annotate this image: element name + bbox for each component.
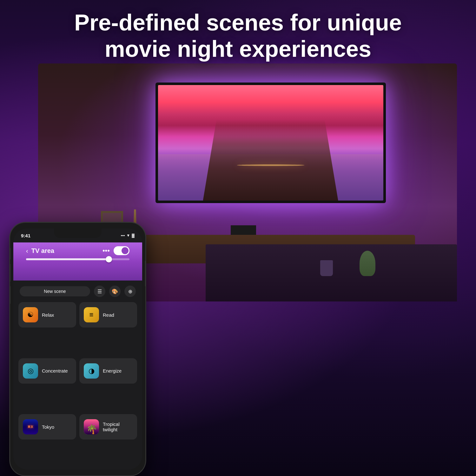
concentrate-symbol: ◎ bbox=[28, 367, 34, 375]
app-nav: ‹ TV area ••• bbox=[20, 242, 136, 255]
new-scene-button[interactable]: New scene bbox=[20, 286, 90, 296]
scene-icon-read: ≡ bbox=[84, 307, 99, 322]
phone-screen: 9:41 ▪▪▪ ▼ ▓ ‹ TV area ••• bbox=[13, 228, 142, 470]
scene-card-relax[interactable]: ☯ Relax bbox=[18, 302, 76, 327]
phone-mockup: 9:41 ▪▪▪ ▼ ▓ ‹ TV area ••• bbox=[10, 222, 146, 476]
palette-button[interactable]: 🎨 bbox=[109, 286, 121, 297]
scene-card-tropical[interactable]: 🌴 Tropicaltwilight bbox=[79, 414, 137, 440]
tokyo-visual: 東京 bbox=[23, 419, 38, 434]
scene-card-concentrate[interactable]: ◎ Concentrate bbox=[18, 358, 76, 384]
energize-symbol: ◑ bbox=[89, 367, 95, 375]
more-options-icon[interactable]: ••• bbox=[102, 247, 110, 255]
tokyo-text: 東京 bbox=[28, 425, 33, 429]
status-time: 9:41 bbox=[21, 233, 30, 238]
palette-icon: 🎨 bbox=[112, 288, 118, 294]
tv-sun-reflection bbox=[237, 164, 304, 166]
scene-controls-bar: New scene ☰ 🎨 ⊕ bbox=[13, 281, 142, 302]
color-wheel-button[interactable]: ⊕ bbox=[124, 286, 136, 297]
phone-volume-down-button bbox=[10, 286, 10, 304]
scene-name-relax: Relax bbox=[42, 312, 54, 318]
toggle-thumb bbox=[122, 247, 129, 254]
page-header: Pre-defined scenes for unique movie nigh… bbox=[0, 10, 476, 62]
phone-body: 9:41 ▪▪▪ ▼ ▓ ‹ TV area ••• bbox=[10, 222, 146, 476]
vase-item bbox=[360, 251, 375, 276]
scene-name-tokyo: Tokyo bbox=[42, 424, 54, 430]
app-header: ‹ TV area ••• bbox=[13, 242, 142, 281]
tv-stand bbox=[231, 225, 256, 235]
phone-volume-up-button bbox=[10, 264, 10, 281]
relax-symbol: ☯ bbox=[27, 311, 34, 319]
battery-icon: ▓ bbox=[132, 233, 135, 238]
tv-screen-area bbox=[155, 83, 386, 203]
scene-name-read: Read bbox=[103, 312, 114, 318]
list-icon: ☰ bbox=[97, 288, 102, 294]
cup-item bbox=[320, 260, 333, 276]
brightness-thumb bbox=[106, 256, 112, 262]
scenes-grid: ☯ Relax ≡ Read ◎ Concentrate bbox=[13, 300, 142, 470]
wifi-icon: ▼ bbox=[126, 233, 130, 238]
page-title: Pre-defined scenes for unique movie nigh… bbox=[0, 10, 476, 62]
read-symbol: ≡ bbox=[89, 311, 94, 319]
status-icons: ▪▪▪ ▼ ▓ bbox=[121, 233, 135, 238]
scene-card-tokyo[interactable]: 東京 Tokyo bbox=[18, 414, 76, 440]
scene-icon-concentrate: ◎ bbox=[23, 363, 38, 379]
phone-power-button bbox=[145, 261, 146, 286]
palm-tree-icon: 🌴 bbox=[86, 424, 97, 434]
color-wheel-icon: ⊕ bbox=[128, 288, 132, 294]
scene-name-concentrate: Concentrate bbox=[42, 368, 68, 374]
app-title: TV area bbox=[31, 247, 102, 255]
scene-name-energize: Energize bbox=[103, 368, 122, 374]
brightness-slider[interactable] bbox=[26, 258, 129, 260]
tv-pier bbox=[203, 120, 338, 201]
scene-icon-tropical: 🌴 bbox=[84, 419, 99, 434]
tropical-visual: 🌴 bbox=[84, 419, 99, 434]
brightness-slider-container bbox=[20, 255, 136, 260]
scene-card-read[interactable]: ≡ Read bbox=[79, 302, 137, 327]
tv-bezel bbox=[155, 83, 386, 203]
foreground-table bbox=[206, 244, 457, 301]
scene-card-energize[interactable]: ◑ Energize bbox=[79, 358, 137, 384]
tv-image bbox=[158, 85, 383, 201]
table-items bbox=[314, 238, 445, 276]
back-button[interactable]: ‹ bbox=[26, 247, 28, 255]
room-toggle[interactable] bbox=[114, 246, 129, 255]
signal-icon: ▪▪▪ bbox=[121, 233, 125, 238]
phone-notch bbox=[54, 228, 102, 238]
list-view-button[interactable]: ☰ bbox=[94, 286, 105, 297]
scene-icon-energize: ◑ bbox=[84, 363, 99, 379]
scene-name-tropical: Tropicaltwilight bbox=[103, 421, 120, 432]
scene-icon-relax: ☯ bbox=[23, 307, 38, 322]
scene-icon-tokyo: 東京 bbox=[23, 419, 38, 434]
phone-silent-button bbox=[10, 248, 10, 259]
app-nav-icons: ••• bbox=[102, 246, 129, 255]
brightness-fill bbox=[26, 258, 109, 260]
tv-screen bbox=[158, 85, 383, 201]
